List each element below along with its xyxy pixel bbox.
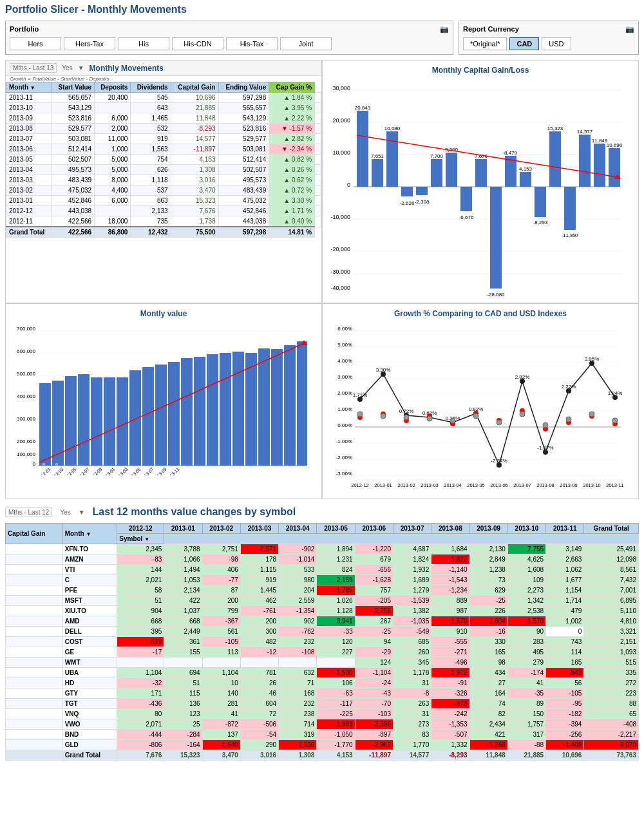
svg-text:2012-12: 2012-12 (351, 482, 369, 488)
svg-rect-88 (129, 370, 141, 466)
svg-rect-89 (142, 367, 154, 466)
currency-slicer-icon[interactable]: 📷 (625, 25, 634, 33)
monthly-value-panel: Montly value 700,000 600,000 500,000 400… (5, 303, 322, 498)
svg-rect-45 (579, 135, 591, 187)
col-month[interactable]: Month ▼ (6, 82, 52, 93)
filter-tag-yes2: Yes (60, 509, 70, 516)
portfolio-btn-hers[interactable]: Hers (10, 37, 61, 50)
portfolio-btn-his-tax[interactable]: His-Tax (226, 37, 278, 50)
list-item: WMT124345-49698279165515 (6, 658, 639, 668)
portfolio-slicer: Portfolio 📷 HersHers-TaxHisHis-CDNHis-Ta… (5, 21, 453, 55)
portfolio-btn-hers-tax[interactable]: Hers-Tax (64, 37, 115, 50)
svg-rect-84 (78, 374, 90, 466)
col-2013-03: 2013-03 (240, 524, 278, 534)
portfolio-btn-joint[interactable]: Joint (280, 37, 332, 50)
filter-tag-icon[interactable]: ▼ (78, 64, 84, 71)
svg-rect-27 (446, 153, 457, 187)
svg-text:-30,000: -30,000 (330, 269, 350, 275)
filter-tag-months[interactable]: Mths - Last 13 (10, 63, 57, 73)
svg-rect-29 (460, 187, 472, 211)
svg-point-188 (589, 412, 594, 417)
col-2013-09: 2013-09 (469, 524, 507, 534)
svg-rect-19 (386, 131, 398, 187)
list-item: C2,0211,053-779199802,159-1,6281,689-1,5… (6, 575, 639, 585)
monthly-value-title: Montly value (11, 309, 316, 318)
svg-text:0.82%: 0.82% (469, 406, 484, 412)
svg-text:6.00%: 6.00% (337, 326, 352, 332)
portfolio-slicer-icon[interactable]: 📷 (440, 25, 449, 33)
svg-rect-81 (39, 383, 51, 466)
col-2013-08: 2013-08 (431, 524, 469, 534)
table-row: 2013-09523,8166,0001,46511,848543,129 2.… (6, 113, 321, 124)
svg-text:3.00%: 3.00% (337, 374, 352, 380)
svg-text:7,700: 7,700 (430, 153, 444, 159)
col-2013-11: 2013-11 (546, 524, 584, 534)
list-item: GLD-806-164-1,640290-2,336-1,770-2,9621,… (6, 740, 639, 750)
portfolio-btn-his[interactable]: His (118, 37, 169, 50)
svg-rect-96 (232, 352, 244, 466)
svg-text:0: 0 (33, 461, 36, 467)
list-item: BND-444-284137-54319-1,050-89783-5074213… (6, 730, 639, 740)
col-2013-06: 2013-06 (355, 524, 393, 534)
monthly-movements-panel: Mths - Last 13 Yes ▼ Monthly Movements G… (5, 60, 322, 303)
currency-btn-CAD[interactable]: CAD (509, 37, 539, 50)
svg-point-182 (450, 418, 455, 423)
svg-point-185 (520, 412, 525, 417)
portfolio-btn-his-cdn[interactable]: His-CDN (172, 37, 223, 50)
list-item: XIU.TO9041,037799-761-1,3541,128-2,2561,… (6, 606, 639, 616)
table-row: 2013-11565,65720,40054510,696597,298 1.8… (6, 93, 321, 103)
svg-rect-99 (271, 349, 283, 466)
table-row: 2012-12443,0382,1337,676452,846 1.71 % (6, 206, 321, 216)
svg-text:2013-02: 2013-02 (397, 482, 415, 488)
svg-point-189 (612, 418, 618, 423)
filter-tag-last12[interactable]: Mths - Last 12 (5, 507, 52, 517)
bar-chart-container: Monthly Capital Gain/Loss 30,000 20,000 … (323, 61, 638, 303)
svg-text:15,323: 15,323 (547, 126, 564, 131)
bottom-header: Mths - Last 12 Yes ▼ Last 12 months valu… (5, 504, 639, 520)
svg-text:2013-01: 2013-01 (374, 482, 392, 488)
currency-btn-USD[interactable]: USD (542, 37, 571, 50)
list-item: VWO2,07125-872-506714-1,961-2,596273-1,3… (6, 719, 639, 730)
svg-text:-28,080: -28,080 (487, 292, 505, 296)
svg-rect-37 (520, 172, 531, 187)
table-row: 2013-02475,0324,4005373,470483,439 0.72 … (6, 185, 321, 196)
svg-rect-47 (594, 144, 605, 187)
svg-rect-83 (65, 376, 77, 466)
svg-text:2013-06: 2013-06 (490, 482, 508, 488)
monthly-tbody: 2013-11565,65720,40054510,696597,298 1.8… (6, 93, 321, 238)
col-2013-05: 2013-05 (317, 524, 355, 534)
list-item: COST-519361-10548223212094685-5553302837… (6, 637, 639, 647)
svg-text:700,000: 700,000 (17, 326, 35, 332)
svg-rect-23 (416, 187, 428, 195)
svg-text:0.00%: 0.00% (337, 422, 352, 428)
svg-rect-94 (207, 354, 218, 466)
col-symbol[interactable]: Symbol ▼ (117, 534, 164, 544)
table-row: 2012-11422,56618,0007351,738443,038 0.40… (6, 216, 321, 227)
svg-text:-20,000: -20,000 (330, 246, 350, 252)
filter-tag-icon2[interactable]: ▼ (79, 509, 85, 516)
svg-rect-82 (52, 381, 64, 466)
svg-rect-92 (181, 358, 193, 466)
svg-text:30,000: 30,000 (332, 85, 350, 91)
table-row: 2013-07503,08111,00091914,577529,577 2.8… (6, 134, 321, 144)
col-2013-01: 2013-01 (164, 524, 202, 534)
svg-rect-15 (357, 111, 368, 187)
list-item: MSFT514222004622,5591,026-205-1,539889-2… (6, 596, 639, 606)
svg-text:10,696: 10,696 (607, 142, 623, 148)
svg-point-181 (427, 416, 432, 421)
svg-text:2013-11: 2013-11 (606, 482, 624, 488)
monthly-movements-header: Mths - Last 13 Yes ▼ Monthly Movements (6, 61, 321, 76)
svg-text:0.72%: 0.72% (399, 408, 414, 414)
svg-point-180 (404, 415, 409, 420)
col-month-header[interactable]: Month ▼ (62, 524, 117, 544)
currency-btn--Original-[interactable]: *Original* (463, 37, 507, 50)
svg-text:2013-08: 2013-08 (536, 482, 554, 488)
col-2013-10: 2013-10 (507, 524, 545, 534)
svg-rect-93 (194, 357, 205, 466)
svg-text:2013-04: 2013-04 (444, 482, 462, 488)
currency-slicer: Report Currency 📷 *Original*CADUSD (459, 21, 639, 55)
list-item: VTI1441,4944061,115533824-6561,932-1,140… (6, 565, 639, 575)
bar-chart-panel: Monthly Capital Gain/Loss 30,000 20,000 … (322, 60, 639, 303)
portfolio-slicer-title: Portfolio 📷 (10, 25, 449, 33)
col-2013-02: 2013-02 (202, 524, 240, 534)
